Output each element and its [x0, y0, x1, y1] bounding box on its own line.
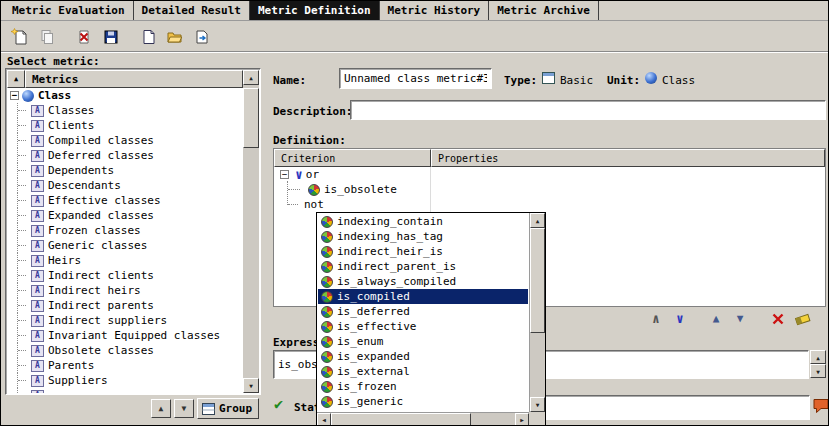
- sort-ascending-icon[interactable]: ▲: [7, 70, 25, 88]
- tab-metric-evaluation[interactable]: Metric Evaluation: [4, 1, 134, 20]
- tree-item[interactable]: AHeirs: [7, 253, 243, 268]
- collapse-icon[interactable]: −: [10, 91, 19, 100]
- export-metric-icon[interactable]: [188, 24, 215, 49]
- tree-item-label: Obsolete classes: [48, 344, 154, 357]
- definition-row-not[interactable]: not: [274, 197, 825, 212]
- dropdown-item[interactable]: is_always_compiled: [318, 274, 528, 289]
- dropdown-item[interactable]: is_deferred: [318, 304, 528, 319]
- criterion-column-header[interactable]: Criterion: [274, 149, 431, 167]
- scroll-up-icon[interactable]: ▲: [243, 70, 259, 85]
- tab-metric-history[interactable]: Metric History: [380, 1, 490, 20]
- new-metric-glyph: [11, 28, 28, 45]
- tree-item[interactable]: ADependents: [7, 163, 243, 178]
- move-metric-up-button[interactable]: ▲: [151, 399, 171, 418]
- name-input[interactable]: [339, 68, 492, 89]
- spin-up-icon[interactable]: ▲: [810, 350, 826, 364]
- tree-item[interactable]: AClients: [7, 118, 243, 133]
- tree-item[interactable]: AIndirect heirs: [7, 283, 243, 298]
- tab-detailed-result[interactable]: Detailed Result: [134, 1, 250, 20]
- dropdown-item[interactable]: is_enum: [318, 334, 528, 349]
- or-operator-icon: ∨: [295, 168, 303, 181]
- scroll-right-icon[interactable]: ▶: [515, 413, 529, 426]
- delete-criterion-button[interactable]: [769, 310, 787, 327]
- tree-item[interactable]: AExpanded classes: [7, 208, 243, 223]
- tree-item[interactable]: ADeferred classes: [7, 148, 243, 163]
- open-metric-archive-icon[interactable]: [161, 24, 188, 49]
- clear-definition-button[interactable]: [793, 310, 811, 327]
- tree-root-class[interactable]: − Class: [7, 88, 243, 103]
- type-label: Type:: [504, 74, 537, 87]
- dropdown-item[interactable]: is_expanded: [318, 349, 528, 364]
- tree-item[interactable]: AEffective classes: [7, 193, 243, 208]
- tree-item[interactable]: AIndirect parents: [7, 298, 243, 313]
- dropdown-item[interactable]: is_effective: [318, 319, 528, 334]
- dropdown-item[interactable]: is_frozen: [318, 379, 528, 394]
- dropdown-item[interactable]: is_external: [318, 364, 528, 379]
- properties-column-header[interactable]: Properties: [431, 149, 825, 167]
- description-input[interactable]: [350, 100, 826, 120]
- delete-metric-icon[interactable]: [70, 24, 97, 49]
- dropdown-item[interactable]: indirect_heir_is: [318, 244, 528, 259]
- metric-icon: A: [31, 240, 44, 252]
- metric-icon-letter: A: [35, 121, 40, 130]
- tree-item-label: Indirect heirs: [48, 284, 141, 297]
- tree-header-metrics[interactable]: Metrics: [25, 70, 243, 88]
- dropdown-item-selected[interactable]: is_compiled: [318, 289, 528, 304]
- criterion-icon: [321, 246, 333, 258]
- dropdown-item[interactable]: indirect_parent_is: [318, 259, 528, 274]
- tree-item[interactable]: ADescendants: [7, 178, 243, 193]
- scroll-down-icon[interactable]: ▼: [530, 397, 545, 412]
- copy-metric-icon[interactable]: [33, 24, 60, 49]
- dropdown-item-label: indirect_parent_is: [337, 260, 456, 273]
- description-label: Description:: [273, 105, 352, 118]
- move-criterion-down-button[interactable]: ▼: [731, 310, 749, 327]
- new-metric-icon[interactable]: [6, 24, 33, 49]
- tree-item-partial[interactable]: A: [7, 388, 243, 393]
- collapse-icon[interactable]: −: [280, 170, 289, 179]
- dropdown-hscrollbar[interactable]: ◀ ▶: [317, 412, 529, 426]
- tree-scrollbar-thumb[interactable]: [243, 88, 259, 148]
- dropdown-item[interactable]: indexing_has_tag: [318, 229, 528, 244]
- save-metric-icon[interactable]: [97, 24, 124, 49]
- tab-metric-definition[interactable]: Metric Definition: [250, 1, 380, 20]
- move-criterion-up-button[interactable]: ▲: [707, 310, 725, 327]
- tree-item[interactable]: AFrozen classes: [7, 223, 243, 238]
- spin-down-icon[interactable]: ▼: [810, 364, 826, 378]
- move-metric-down-button[interactable]: ▼: [174, 399, 194, 418]
- dropdown-scrollbar-thumb[interactable]: [530, 228, 545, 333]
- tree-item-label: Generic classes: [48, 239, 147, 252]
- new-metric-archive-icon[interactable]: [134, 24, 161, 49]
- dropdown-item-label: is_deferred: [337, 305, 410, 318]
- dropdown-item[interactable]: indexing_contain: [318, 214, 528, 229]
- tree-item-label: Frozen classes: [48, 224, 141, 237]
- tree-item[interactable]: AInvariant Equipped classes: [7, 328, 243, 343]
- tree-item[interactable]: ACompiled classes: [7, 133, 243, 148]
- comment-icon[interactable]: [813, 398, 829, 414]
- dropdown-item[interactable]: is_generic: [318, 394, 528, 409]
- tree-item[interactable]: AObsolete classes: [7, 343, 243, 358]
- dropdown-vscrollbar[interactable]: ▲ ▼: [529, 213, 545, 412]
- scroll-down-icon[interactable]: ▼: [243, 378, 259, 393]
- tree-item[interactable]: AIndirect clients: [7, 268, 243, 283]
- tree-item[interactable]: AGeneric classes: [7, 238, 243, 253]
- scroll-left-icon[interactable]: ◀: [317, 413, 331, 426]
- basic-type-icon: [542, 72, 555, 84]
- dropdown-hscrollbar-track[interactable]: [471, 413, 515, 426]
- definition-label: Definition:: [273, 134, 346, 147]
- tab-metric-archive[interactable]: Metric Archive: [489, 1, 599, 20]
- select-metric-label: Select metric:: [7, 55, 100, 68]
- dropdown-hscrollbar-thumb[interactable]: [331, 413, 471, 426]
- tree-scrollbar[interactable]: ▲ ▼: [243, 70, 259, 393]
- or-operator-button[interactable]: ∨: [671, 310, 689, 327]
- tree-item[interactable]: AClasses: [7, 103, 243, 118]
- definition-row-or[interactable]: − ∨ or: [274, 167, 825, 182]
- definition-row-is-obsolete[interactable]: is_obsolete: [274, 182, 825, 197]
- tree-item[interactable]: AParents: [7, 358, 243, 373]
- tree-item[interactable]: ASuppliers: [7, 373, 243, 388]
- tree-item-label: Heirs: [48, 254, 81, 267]
- and-operator-button[interactable]: ∧: [647, 310, 665, 327]
- tree-item[interactable]: AIndirect suppliers: [7, 313, 243, 328]
- group-button[interactable]: Group: [197, 398, 259, 419]
- scroll-up-icon[interactable]: ▲: [530, 213, 545, 228]
- tree-item-label: Indirect clients: [48, 269, 154, 282]
